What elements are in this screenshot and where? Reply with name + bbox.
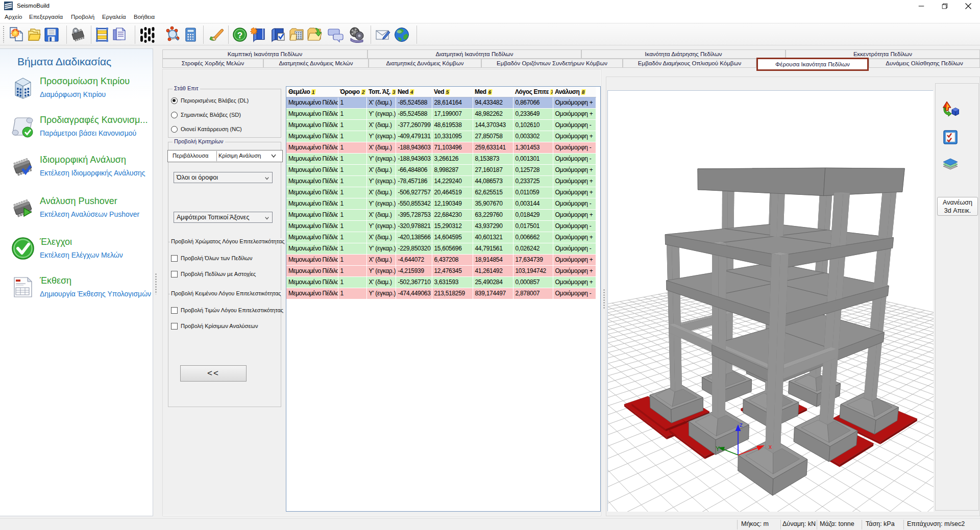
- svg-text:z: z: [740, 421, 743, 428]
- svg-text:?: ?: [237, 31, 242, 40]
- svg-text:Y: Y: [716, 445, 720, 452]
- svg-text:x: x: [769, 443, 772, 450]
